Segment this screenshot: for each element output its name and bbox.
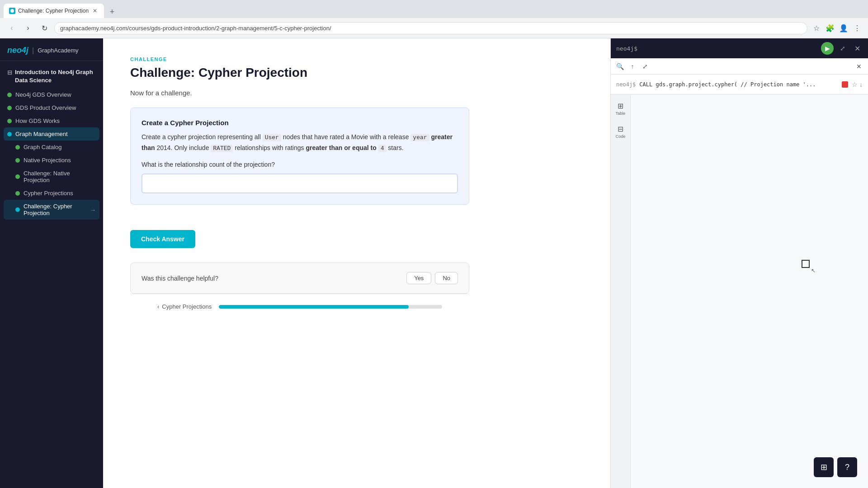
table-label: Table — [616, 111, 626, 116]
check-answer-button[interactable]: Check Answer — [130, 230, 195, 248]
sidebar-item-gds-overview[interactable]: Neo4j GDS Overview — [4, 88, 99, 101]
challenge-box: Create a Cypher Projection Create a cyph… — [130, 108, 469, 205]
sidebar-item-graph-catalog[interactable]: Graph Catalog — [4, 141, 99, 154]
sidebar-label-product-overview: GDS Product Overview — [15, 104, 76, 111]
panel-close-button[interactable]: ✕ — [852, 43, 863, 54]
challenge-label: CHALLENGE — [130, 56, 469, 62]
new-tab-button[interactable]: + — [106, 5, 118, 18]
dot-product-overview — [7, 106, 12, 110]
progress-bar-fill — [219, 305, 409, 309]
browser-chrome: Challenge: Cypher Projection ✕ + ‹ › ↻ g… — [0, 0, 868, 38]
sidebar-label-graph-catalog: Graph Catalog — [24, 144, 62, 150]
panel-query-bar: neo4j$ CALL gds.graph.project.cypher( //… — [611, 75, 868, 94]
app-layout: neo4j | GraphAcademy ⊟ Introduction to N… — [0, 38, 868, 488]
sidebar-item-product-overview[interactable]: GDS Product Overview — [4, 101, 99, 114]
desc-code-year: year — [410, 134, 429, 141]
panel-table-view[interactable]: ⊞ Table — [612, 98, 630, 119]
panel-code-view[interactable]: ⊟ Code — [612, 121, 630, 142]
panel-run-button[interactable]: ▶ — [821, 42, 834, 55]
page-title: Challenge: Cypher Projection — [130, 66, 469, 80]
content-area: CHALLENGE Challenge: Cypher Projection N… — [103, 38, 496, 337]
tab-close-button[interactable]: ✕ — [91, 7, 99, 14]
panel-canvas: ↖ — [631, 94, 868, 488]
dot-graph-catalog — [15, 145, 20, 150]
dot-how-gds — [7, 119, 12, 123]
panel-prompt: neo4j$ — [616, 45, 637, 52]
answer-input[interactable] — [142, 174, 458, 193]
sidebar-label-graph-management: Graph Management — [15, 131, 68, 137]
intro-text: Now for a challenge. — [130, 89, 469, 97]
bookmark-icon[interactable]: ☆ — [811, 23, 822, 33]
neo4j-logo: neo4j — [7, 46, 28, 55]
sidebar-label-native-projections: Native Projections — [24, 157, 71, 164]
panel-close-icon2[interactable]: ✕ — [854, 61, 864, 72]
main-content: CHALLENGE Challenge: Cypher Projection N… — [103, 38, 610, 488]
refresh-button[interactable]: ↻ — [38, 22, 51, 34]
tab-bar: Challenge: Cypher Projection ✕ + — [0, 0, 868, 18]
desc-code-rated: RATED — [211, 145, 233, 152]
dot-challenge-cypher — [15, 207, 20, 212]
sidebar-item-native-projections[interactable]: Native Projections — [4, 154, 99, 167]
graph-academy-text: GraphAcademy — [38, 47, 78, 54]
sidebar-item-graph-management[interactable]: Graph Management — [4, 127, 99, 141]
panel-main-area: ↖ — [631, 94, 868, 488]
back-nav-link[interactable]: ‹ Cypher Projections — [157, 303, 212, 310]
progress-bar-container — [219, 305, 442, 309]
panel-expand-icon2[interactable]: ⤢ — [640, 61, 651, 72]
query-download-icon[interactable]: ↓ — [859, 81, 863, 88]
url-bar[interactable]: graphacademy.neo4j.com/courses/gds-produ… — [54, 22, 807, 34]
feedback-yes-button[interactable]: Yes — [406, 272, 431, 284]
code-label: Code — [616, 134, 626, 139]
sidebar-item-challenge-native[interactable]: Challenge: Native Projection — [4, 167, 99, 187]
keyboard-shortcut-button[interactable]: ⊞ — [814, 457, 834, 477]
sidebar-item-how-gds-works[interactable]: How GDS Works — [4, 114, 99, 127]
sidebar: neo4j | GraphAcademy ⊟ Introduction to N… — [0, 38, 103, 488]
panel-expand-button[interactable]: ⤢ — [837, 43, 848, 54]
sidebar-label-challenge-cypher: Challenge: Cypher Projection — [24, 203, 86, 216]
browser-actions: ☆ 🧩 👤 ⋮ — [811, 23, 863, 33]
collapse-icon[interactable]: ⊟ — [7, 69, 12, 77]
query-star-icon[interactable]: ☆ — [852, 81, 858, 88]
dot-challenge-native — [15, 174, 20, 179]
code-icon: ⊟ — [618, 125, 623, 133]
feedback-no-button[interactable]: No — [435, 272, 458, 284]
panel-top-bar: 🔍 ↑ ⤢ ✕ — [611, 58, 868, 75]
keyboard-icon: ⊞ — [821, 462, 827, 472]
sidebar-item-challenge-cypher[interactable]: Challenge: Cypher Projection → — [4, 200, 99, 220]
desc-code-user: User — [263, 134, 281, 141]
feedback-box: Was this challenge helpful? Yes No — [130, 263, 469, 294]
help-button[interactable]: ? — [837, 457, 857, 477]
back-arrow-icon: ‹ — [157, 303, 159, 310]
feedback-buttons: Yes No — [406, 272, 458, 284]
panel-header: neo4j$ ▶ ⤢ ✕ — [611, 38, 868, 58]
back-nav-label: Cypher Projections — [162, 303, 212, 310]
query-text: CALL gds.graph.project.cypher( // Projec… — [639, 81, 838, 88]
dot-cypher-projections — [15, 191, 20, 196]
url-text: graphacademy.neo4j.com/courses/gds-produ… — [60, 25, 802, 32]
sidebar-item-cypher-projections[interactable]: Cypher Projections — [4, 187, 99, 200]
desc-part2: nodes that have rated a Movie with a rel… — [283, 133, 411, 141]
sidebar-label-cypher-projections: Cypher Projections — [24, 190, 73, 197]
query-stop-button[interactable] — [842, 81, 848, 88]
help-icon: ? — [845, 463, 849, 472]
right-panel: neo4j$ ▶ ⤢ ✕ 🔍 ↑ ⤢ ✕ neo4j$ CALL gds.gra… — [610, 38, 868, 488]
dot-gds-overview — [7, 93, 12, 97]
sidebar-label-how-gds: How GDS Works — [15, 117, 60, 124]
current-item-arrow: → — [90, 206, 96, 213]
forward-button[interactable]: › — [22, 22, 34, 34]
course-title: ⊟ Introduction to Neo4j Graph Data Scien… — [4, 66, 99, 88]
active-tab[interactable]: Challenge: Cypher Projection ✕ — [4, 4, 104, 18]
challenge-description: Create a cypher projection representing … — [142, 132, 458, 154]
menu-icon[interactable]: ⋮ — [852, 23, 863, 33]
query-icons: ☆ ↓ — [852, 81, 863, 88]
desc-part4: 2014. Only include — [156, 144, 211, 151]
panel-sidebar: ⊞ Table ⊟ Code — [611, 94, 631, 488]
tab-favicon — [9, 8, 15, 14]
profile-icon[interactable]: 👤 — [838, 23, 849, 33]
panel-up-icon[interactable]: ↑ — [627, 61, 638, 72]
back-button[interactable]: ‹ — [5, 22, 18, 34]
desc-part7: stars. — [388, 144, 403, 151]
panel-empty-state: ↖ — [631, 94, 868, 488]
extension-icon[interactable]: 🧩 — [825, 23, 835, 33]
panel-search-icon[interactable]: 🔍 — [614, 61, 625, 72]
